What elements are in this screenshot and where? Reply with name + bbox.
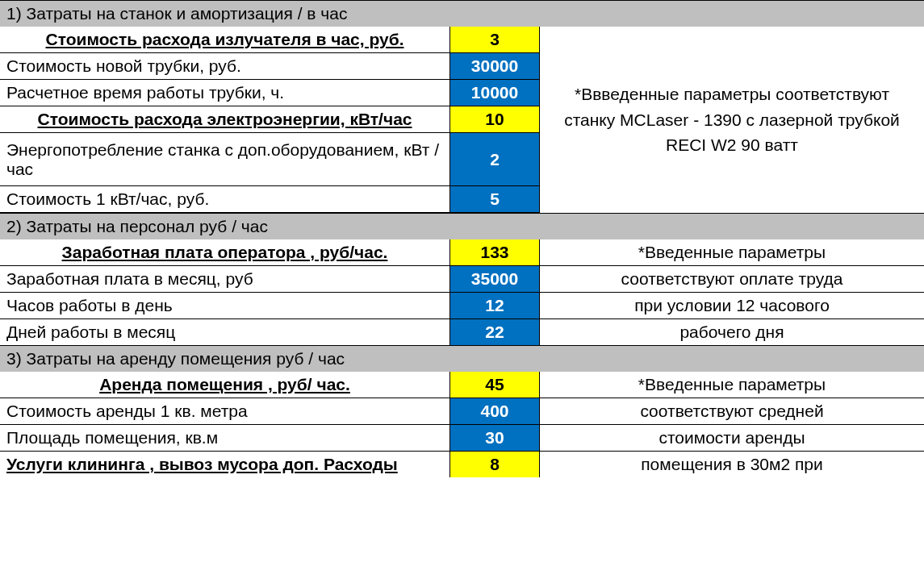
section-3-header: 3) Затраты на аренду помещения руб / час (0, 345, 924, 372)
section-3-note-4: помещения в 30м2 при (540, 452, 924, 477)
days-per-month-label: Дней работы в месяц (0, 319, 450, 345)
section-1-note: *Ввведенные параметры соответствуют стан… (540, 27, 924, 213)
section-3-note-3: стоимости аренды (540, 425, 924, 451)
power-consumption-value[interactable]: 2 (450, 133, 540, 185)
rent-per-hour-label: Аренда помещения , руб/ час. (0, 372, 450, 398)
hours-per-day-value[interactable]: 12 (450, 293, 540, 318)
operator-salary-label: Заработная плата оператора , руб/час. (0, 239, 450, 265)
kwh-cost-value[interactable]: 5 (450, 186, 540, 212)
days-per-month-value[interactable]: 22 (450, 319, 540, 345)
electricity-cost-label: Стоимость расхода электроэнергии, кВт/ча… (0, 106, 450, 132)
area-label: Площадь помещения, кв.м (0, 425, 450, 451)
hours-per-day-label: Часов работы в день (0, 293, 450, 318)
section-1-header: 1) Затраты на станок и амортизация / в ч… (0, 0, 924, 27)
cleaning-value: 8 (450, 452, 540, 477)
monthly-salary-label: Заработная плата в месяц, руб (0, 266, 450, 292)
emitter-cost-value: 3 (450, 27, 540, 52)
tube-hours-label: Расчетное время работы трубки, ч. (0, 80, 450, 106)
rent-per-meter-value[interactable]: 400 (450, 398, 540, 424)
tube-cost-label: Стоимость новой трубки, руб. (0, 53, 450, 79)
emitter-cost-label: Стоимость расхода излучателя в час, руб. (0, 27, 450, 52)
electricity-cost-value: 10 (450, 106, 540, 132)
area-value[interactable]: 30 (450, 425, 540, 451)
section-2-header: 2) Затраты на персонал руб / час (0, 213, 924, 239)
tube-hours-value[interactable]: 10000 (450, 80, 540, 106)
rent-per-meter-label: Стоимость аренды 1 кв. метра (0, 398, 450, 424)
section-2-note-2: соответствуют оплате труда (540, 266, 924, 292)
rent-per-hour-value: 45 (450, 372, 540, 398)
section-3-note-2: соответствуют средней (540, 398, 924, 424)
section-2-note-3: при условии 12 часового (540, 293, 924, 318)
monthly-salary-value[interactable]: 35000 (450, 266, 540, 292)
section-2-note-4: рабочего дня (540, 319, 924, 345)
tube-cost-value[interactable]: 30000 (450, 53, 540, 79)
operator-salary-value: 133 (450, 239, 540, 265)
kwh-cost-label: Стоимость 1 кВт/час, руб. (0, 186, 450, 212)
section-3-note-1: *Введенные параметры (540, 372, 924, 398)
cleaning-label: Услуги клининга , вывоз мусора доп. Расх… (0, 452, 450, 477)
section-2-note-1: *Введенные параметры (540, 239, 924, 265)
power-consumption-label: Энергопотребление станка с доп.оборудова… (0, 133, 450, 185)
